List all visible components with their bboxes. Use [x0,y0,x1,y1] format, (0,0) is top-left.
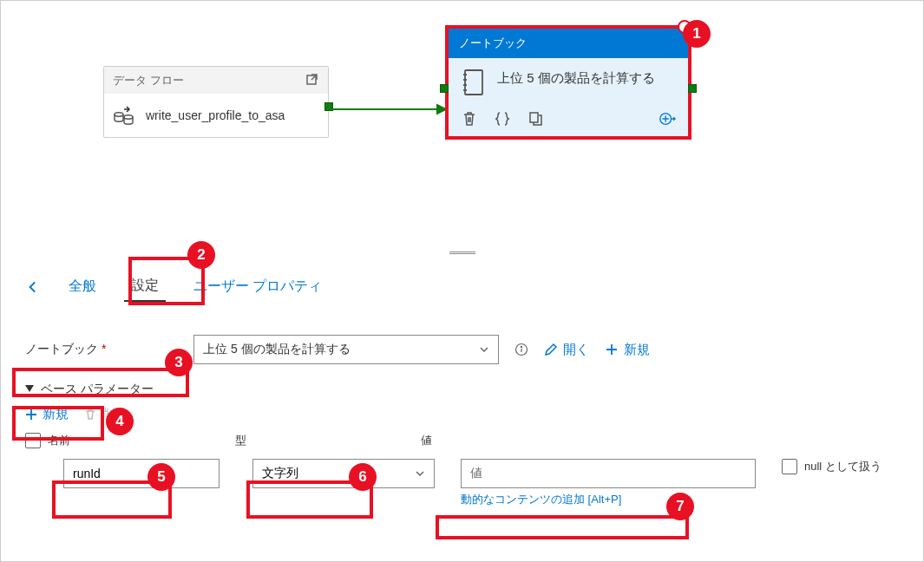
add-activity-icon[interactable] [659,110,676,127]
notebook-type-label: ノートブック [459,36,527,51]
output-port[interactable] [688,84,697,93]
info-icon[interactable] [514,343,528,356]
input-port[interactable] [440,84,449,93]
callout-box-3 [12,368,189,397]
svg-rect-10 [530,113,538,122]
notebook-select[interactable]: 上位 5 個の製品を計算する [193,335,499,364]
back-icon[interactable] [25,279,41,295]
dataflow-node-header: データ フロー [104,67,328,94]
dataflow-icon [113,104,135,127]
callout-badge-2: 2 [187,241,215,269]
svg-rect-5 [465,70,482,95]
null-checkbox[interactable] [782,459,797,474]
callout-badge-7: 7 [666,493,694,520]
callout-badge-6: 6 [349,463,377,491]
notebook-node-header: ノートブック [449,29,688,58]
open-external-icon[interactable] [305,72,319,88]
open-notebook-button[interactable]: 開く [544,342,589,358]
copy-icon[interactable] [527,110,544,127]
dataflow-activity-node[interactable]: データ フロー write_user_profile_to_asa [103,66,329,138]
notebook-select-value: 上位 5 個の製品を計算する [203,342,351,357]
delete-icon[interactable] [461,110,478,127]
tab-general[interactable]: 全般 [62,272,103,301]
new-notebook-button[interactable]: 新規 [605,342,650,358]
notebook-activity-name: 上位 5 個の製品を計算する [497,69,655,87]
notebook-activity-node[interactable]: ノートブック 上位 5 個の製品を計算する [445,25,691,140]
dataflow-type-label: データ フロー [113,73,184,88]
col-type-header: 型 [235,433,395,448]
notebook-field-label: ノートブック * [25,342,178,357]
braces-icon[interactable] [494,110,511,127]
pipeline-canvas[interactable]: データ フロー write_user_profile_to_asa ノートブック [1,1,923,252]
col-value-header: 値 [421,433,698,448]
add-dynamic-content-link[interactable]: 動的なコンテンツの追加 [Alt+P] [461,492,756,507]
notebook-select-row: ノートブック * 上位 5 個の製品を計算する 開く 新規 [25,335,899,364]
svg-point-14 [521,346,521,347]
tab-user-properties[interactable]: ユーザー プロパティ [187,272,329,301]
callout-badge-5: 5 [147,463,175,491]
parameter-toolbar: 新規 削除 [25,406,899,422]
null-label: null として扱う [804,459,881,474]
panel-resize-grip[interactable] [449,251,475,256]
notebook-icon [461,69,485,96]
callout-badge-3: 3 [165,349,193,376]
param-value-input[interactable]: 値 [461,459,756,488]
callout-box-7 [436,515,689,539]
treat-as-null[interactable]: null として扱う [782,459,881,474]
parameter-table-header: 名前 型 値 [25,433,899,448]
connector-line [329,96,450,122]
dataflow-activity-name: write_user_profile_to_asa [146,108,285,123]
svg-point-2 [124,115,133,119]
svg-point-1 [115,113,123,116]
callout-badge-4: 4 [106,408,134,435]
properties-panel: 全般 設定 ユーザー プロパティ 2 ノートブック * 上位 5 個の製品を計算… [1,252,923,561]
callout-box-4 [12,406,104,441]
callout-badge-1: 1 [683,20,711,48]
